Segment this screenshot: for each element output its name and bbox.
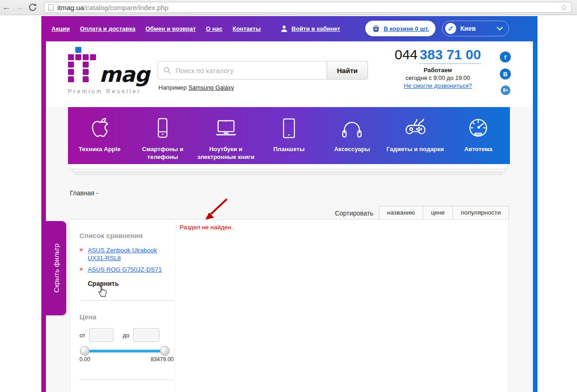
compare-item-link[interactable]: ASUS ROG G750JZ-DS71 [88, 266, 173, 273]
compare-item: × ASUS ROG G750JZ-DS71 [79, 266, 173, 273]
sort-tab-popularity[interactable]: популярности [453, 206, 509, 220]
back-icon[interactable]: ← [0, 2, 13, 12]
error-message: Раздел не найден. [180, 224, 233, 231]
facebook-icon[interactable]: f [500, 51, 511, 62]
price-to-label: до [123, 332, 130, 339]
logo[interactable]: mag Premium Reseller [68, 47, 160, 95]
gamepad-icon [402, 115, 429, 142]
divider [79, 300, 174, 301]
price-inputs: от до [79, 328, 159, 342]
hide-filter-tab[interactable]: Скрыть фильтр [46, 221, 66, 315]
price-from-input[interactable] [89, 328, 113, 342]
compare-list-title: Список сравнения [79, 232, 143, 239]
category-auto[interactable]: Автотема [447, 107, 510, 164]
breadcrumb-home[interactable]: Главная [70, 189, 94, 197]
slider-handle-max[interactable] [160, 346, 170, 356]
cart-button[interactable]: В корзине 0 шт. [365, 21, 436, 36]
headphones-icon [339, 115, 365, 142]
category-gadgets[interactable]: Гаджеты и подарки [384, 107, 447, 164]
page-icon [48, 4, 54, 11]
price-max-value: 83479.00 [151, 356, 174, 363]
sort-tab-price[interactable]: цене [423, 206, 453, 220]
logo-squares-icon [68, 47, 97, 84]
city-selector[interactable]: Киев [442, 21, 509, 36]
category-label: Аксессуары [321, 146, 383, 153]
left-accent-strip [41, 40, 46, 392]
logo-tagline: Premium Reseller [68, 88, 160, 95]
apple-icon [86, 115, 113, 142]
category-apple[interactable]: Техника Apple [68, 107, 131, 164]
search-button[interactable]: Найти [327, 61, 368, 80]
divider [79, 380, 174, 380]
phone-digits: 383 71 00 [420, 47, 481, 64]
category-label: Планшеты [258, 146, 320, 153]
login-button[interactable]: Войти в кабинет [280, 25, 340, 33]
compare-item: × ASUS Zenbook Ulrabook UX31-RSL8 [79, 246, 173, 262]
right-accent-strip [533, 40, 537, 392]
sort-tab-name[interactable]: названию [379, 206, 424, 220]
category-label: Ноутбуки и электронные книги [195, 146, 257, 161]
chevron-down-icon [497, 27, 503, 31]
browser-toolbar: ← → itmag.ua/catalog/compare/index.php ☆ [0, 0, 577, 15]
phone-block: 044 383 71 00 Работаем сегодня с 9:00 до… [387, 47, 489, 90]
sort-label: Сортировать [335, 210, 373, 217]
login-label: Войти в кабинет [292, 25, 340, 32]
remove-item-icon[interactable]: × [79, 246, 88, 262]
column-separator [174, 220, 175, 392]
stacked-paper-edge [70, 164, 508, 169]
price-filter-title: Цена [79, 313, 96, 321]
category-bar: Техника Apple Смартфоны и телефоны Ноутб… [68, 107, 510, 164]
category-tablets[interactable]: Планшеты [257, 107, 320, 164]
speedometer-icon [465, 115, 492, 142]
category-label: Автотема [447, 146, 509, 153]
work-title: Работаем [387, 67, 489, 74]
search-form: Найти [158, 61, 368, 80]
vk-icon[interactable]: B [500, 68, 511, 80]
search-example: Например Samsung Galaxy [158, 84, 234, 91]
tablet-icon [277, 115, 301, 142]
url-bar[interactable]: itmag.ua/catalog/compare/index.php ☆ [44, 2, 571, 13]
category-label: Техника Apple [68, 146, 131, 153]
breadcrumb-separator: - [96, 189, 98, 197]
stacked-paper-edge [75, 172, 503, 175]
category-label: Смартфоны и телефоны [131, 146, 194, 161]
screen: ← → itmag.ua/catalog/compare/index.php ☆… [0, 0, 577, 392]
url-host: itmag.ua [57, 4, 84, 11]
category-accessories[interactable]: Аксессуары [321, 107, 384, 164]
nav-link-contacts[interactable]: Контакты [232, 25, 260, 32]
category-smartphones[interactable]: Смартфоны и телефоны [131, 107, 194, 164]
compare-item-link[interactable]: ASUS Zenbook Ulrabook UX31-RSL8 [88, 246, 173, 262]
nav-link-promotions[interactable]: Акции [51, 25, 70, 32]
breadcrumb: Главная - [70, 189, 98, 197]
price-slider-track[interactable] [85, 350, 165, 352]
google-plus-icon[interactable]: 8+ [501, 85, 510, 95]
user-icon [280, 25, 288, 33]
remove-item-icon[interactable]: × [79, 266, 88, 273]
search-example-label: Например [158, 84, 187, 91]
cart-label: В корзине 0 шт. [384, 25, 429, 32]
refresh-icon[interactable] [28, 2, 38, 12]
category-laptops[interactable]: Ноутбуки и электронные книги [194, 107, 257, 164]
callback-link[interactable]: Не смогли дозвониться? [404, 82, 472, 89]
site-header: mag Premium Reseller Найти Например Sams… [46, 41, 533, 107]
annotation-arrow [201, 197, 231, 221]
nav-link-exchange-return[interactable]: Обмен и возврат [146, 25, 196, 32]
phone-code: 044 [395, 47, 418, 62]
search-example-link[interactable]: Samsung Galaxy [188, 84, 234, 91]
category-label: Гаджеты и подарки [384, 146, 447, 153]
content-panel: Раздел не найден. Список сравнения × ASU… [70, 219, 509, 392]
url-path: /catalog/compare/index.php [84, 4, 169, 11]
logo-text: mag [99, 66, 149, 84]
price-range-labels: 0.00 83479.00 [79, 356, 174, 363]
nav-link-about[interactable]: О нас [206, 25, 222, 32]
nav-link-payment-delivery[interactable]: Оплата и доставка [80, 25, 136, 32]
city-name: Киев [460, 25, 476, 32]
forward-icon[interactable]: → [13, 2, 26, 12]
slider-handle-min[interactable] [80, 346, 90, 356]
search-input[interactable] [158, 61, 327, 80]
bucket-icon [372, 24, 380, 33]
price-to-input[interactable] [133, 328, 159, 342]
top-navigation: Акции Оплата и доставка Обмен и возврат … [41, 16, 537, 41]
work-hours: сегодня с 9:00 до 19:00 [387, 74, 489, 81]
bookmark-star-icon[interactable]: ☆ [560, 3, 567, 12]
